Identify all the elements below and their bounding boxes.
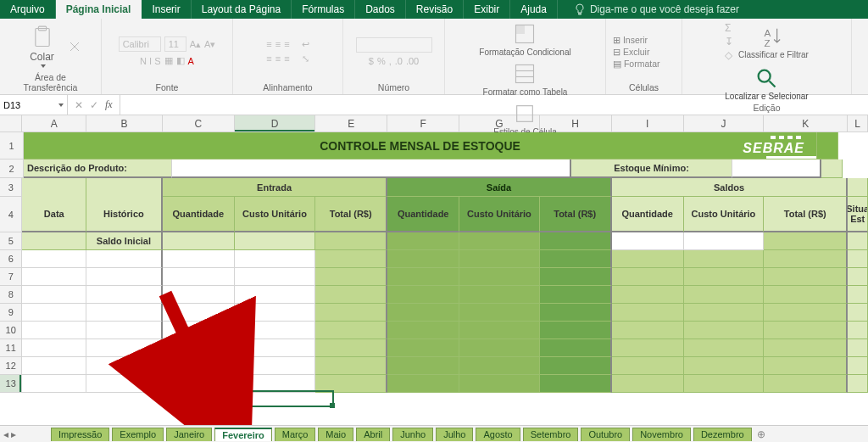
cell-K7[interactable] xyxy=(764,268,848,286)
col-sai-qtd[interactable]: Quantidade xyxy=(387,197,459,232)
sheet-tab-novembro[interactable]: Novembro xyxy=(632,428,691,441)
cell-A7[interactable] xyxy=(22,268,86,286)
inc-decimal-icon[interactable]: .0 xyxy=(395,56,403,66)
col-sal-total[interactable]: Total (R$) xyxy=(764,197,848,232)
cell-B8[interactable] xyxy=(86,286,163,304)
cell-C6[interactable] xyxy=(163,250,235,268)
cell-I13[interactable] xyxy=(612,375,684,393)
align-bot-icon[interactable]: ≡ xyxy=(284,39,289,49)
cell-L8[interactable] xyxy=(848,286,868,304)
sheet-tab-setembro[interactable]: Setembro xyxy=(523,428,579,441)
menu-tab-layout[interactable]: Layout da Página xyxy=(192,0,292,19)
cell-G6[interactable] xyxy=(459,250,539,268)
cell-I9[interactable] xyxy=(612,304,684,322)
cell-G12[interactable] xyxy=(459,357,539,375)
paste-button[interactable]: Colar xyxy=(21,25,64,68)
col-sai-custo[interactable]: Custo Unitário xyxy=(459,197,539,232)
cell-J10[interactable] xyxy=(684,322,764,339)
cell-G8[interactable] xyxy=(459,286,539,304)
cell-B9[interactable] xyxy=(86,304,163,322)
number-format-combo[interactable] xyxy=(356,37,432,53)
row-header-11[interactable]: 11 xyxy=(0,339,22,357)
format-as-table-button[interactable]: Formatar como Tabela xyxy=(483,62,568,97)
row-header-8[interactable]: 8 xyxy=(0,286,22,304)
row-header-3[interactable]: 3 xyxy=(0,178,22,197)
cell-D13[interactable] xyxy=(235,375,315,393)
cell-B5[interactable]: Saldo Inicial xyxy=(86,232,163,250)
data-header[interactable] xyxy=(22,178,86,197)
menu-tab-ajuda[interactable]: Ajuda xyxy=(510,0,558,19)
cell-C10[interactable] xyxy=(163,322,235,339)
cell-E13[interactable] xyxy=(315,375,387,393)
cell-K6[interactable] xyxy=(764,250,848,268)
col-historico[interactable]: Histórico xyxy=(86,197,163,232)
menu-tab-arquivo[interactable]: Arquivo xyxy=(0,0,56,19)
currency-icon[interactable]: $ xyxy=(369,56,374,66)
delete-cells-button[interactable]: ⊟ Excluir xyxy=(613,47,649,57)
title-cell[interactable]: CONTROLE MENSAL DE ESTOQUE SEBRAE xyxy=(24,132,817,159)
cell-G10[interactable] xyxy=(459,322,539,339)
cell-K12[interactable] xyxy=(764,357,848,375)
cell-L10[interactable] xyxy=(848,322,868,339)
row-header-9[interactable]: 9 xyxy=(0,304,22,322)
row-header-10[interactable]: 10 xyxy=(0,322,22,339)
col-header-G[interactable]: G xyxy=(459,115,539,131)
row-header-5[interactable]: 5 xyxy=(0,232,22,250)
sheet-tab-abril[interactable]: Abril xyxy=(356,428,390,441)
tell-me[interactable]: Diga-me o que você deseja fazer xyxy=(558,0,739,19)
fx-icon[interactable]: fx xyxy=(105,98,113,111)
cell-F11[interactable] xyxy=(387,339,459,357)
col-sai-total[interactable]: Total (R$) xyxy=(540,197,612,232)
cell-I12[interactable] xyxy=(612,357,684,375)
align-mid-icon[interactable]: ≡ xyxy=(275,39,281,49)
sheet-tab-agosto[interactable]: Agosto xyxy=(476,428,520,441)
cell-D11[interactable] xyxy=(235,339,315,357)
sheet-tab-dezembro[interactable]: Dezembro xyxy=(693,428,752,441)
menu-tab-dados[interactable]: Dados xyxy=(355,0,406,19)
entrada-header[interactable]: Entrada xyxy=(163,178,387,197)
row-header-7[interactable]: 7 xyxy=(0,268,22,286)
cell-K9[interactable] xyxy=(764,304,848,322)
cell-D5[interactable] xyxy=(235,232,315,250)
col-header-K[interactable]: K xyxy=(764,115,848,131)
col-data[interactable]: Data xyxy=(22,197,86,232)
col-header-C[interactable]: C xyxy=(163,115,235,131)
cell-L9[interactable] xyxy=(848,304,868,322)
col-header-F[interactable]: F xyxy=(387,115,459,131)
sheet-tab-impressão[interactable]: Impressão xyxy=(51,428,109,441)
formula-input[interactable] xyxy=(120,95,868,115)
worksheet-grid[interactable]: 1 CONTROLE MENSAL DE ESTOQUE SEBRAE 2 De… xyxy=(0,132,868,425)
new-sheet-button[interactable]: ⊕ xyxy=(757,428,765,440)
col-header-J[interactable]: J xyxy=(684,115,764,131)
cell-F8[interactable] xyxy=(387,286,459,304)
sheet-tab-maio[interactable]: Maio xyxy=(318,428,353,441)
produto-label-cell[interactable]: Descrição do Produto: xyxy=(24,159,172,178)
border-icon[interactable]: ▦ xyxy=(164,55,173,66)
sort-filter-button[interactable]: AZ Classificar e Filtrar xyxy=(738,25,809,59)
cell-K13[interactable] xyxy=(764,375,848,393)
cell-L7[interactable] xyxy=(848,268,868,286)
cell-K11[interactable] xyxy=(764,339,848,357)
cell-C8[interactable] xyxy=(163,286,235,304)
estoque-value-cell[interactable] xyxy=(732,159,821,178)
cell-B6[interactable] xyxy=(86,250,163,268)
cell-B7[interactable] xyxy=(86,268,163,286)
cell-J6[interactable] xyxy=(684,250,764,268)
bold-button[interactable]: N I S xyxy=(140,56,160,66)
cell-F6[interactable] xyxy=(387,250,459,268)
col-header-D[interactable]: D xyxy=(235,115,315,131)
cell-L6[interactable] xyxy=(848,250,868,268)
col-header-L[interactable]: L xyxy=(848,115,868,131)
row-header-2[interactable]: 2 xyxy=(0,159,24,178)
cell-F12[interactable] xyxy=(387,357,459,375)
cell-L12[interactable] xyxy=(848,357,868,375)
cell-I8[interactable] xyxy=(612,286,684,304)
cell-G13[interactable] xyxy=(459,375,539,393)
cell-F13[interactable] xyxy=(387,375,459,393)
cell-A12[interactable] xyxy=(22,357,86,375)
col-header-A[interactable]: A xyxy=(22,115,86,131)
cell-J5[interactable] xyxy=(684,232,764,250)
cell-J12[interactable] xyxy=(684,357,764,375)
row-header-12[interactable]: 12 xyxy=(0,357,22,375)
col-ent-qtd[interactable]: Quantidade xyxy=(163,197,235,232)
